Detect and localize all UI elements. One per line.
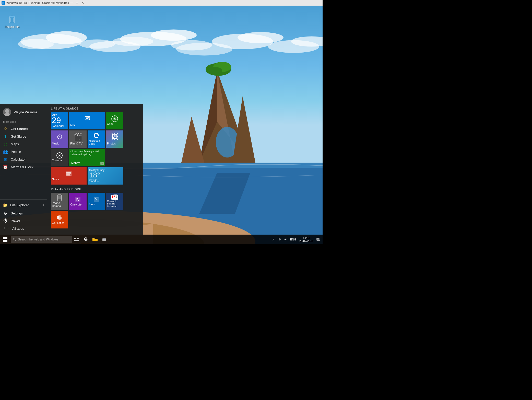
tray-overflow-button[interactable]: ∧ xyxy=(271,235,276,244)
network-icon[interactable] xyxy=(277,235,282,244)
tile-photos[interactable]: 🖼 Photos xyxy=(106,130,123,148)
all-apps-item[interactable]: ⋮⋮ All apps xyxy=(0,225,47,233)
svg-point-34 xyxy=(5,109,9,113)
file-explorer-label: File Explorer xyxy=(10,203,29,207)
close-button[interactable]: ✕ xyxy=(80,1,85,5)
svg-rect-50 xyxy=(58,196,61,199)
desktop: Recycle Bin Wayne Williams xyxy=(0,6,323,244)
svg-text:X: X xyxy=(114,117,116,121)
task-view-button[interactable] xyxy=(72,235,81,244)
start-menu-tiles: Life at a glance July 29 Calendar ✉ Mail xyxy=(47,104,143,235)
user-section[interactable]: Wayne Williams xyxy=(0,104,47,119)
svg-rect-67 xyxy=(3,240,5,242)
clock[interactable]: 14:51 29/07/2015 xyxy=(298,236,315,243)
tile-onenote[interactable]: N OneNote xyxy=(69,193,87,210)
tile-phone-companion[interactable]: Phone Compa... xyxy=(51,193,68,210)
user-avatar xyxy=(3,108,11,116)
start-menu: Wayne Williams Most used ☆ Get Started S… xyxy=(0,104,143,235)
taskbar-explorer-button[interactable] xyxy=(90,235,100,244)
svg-marker-22 xyxy=(181,117,204,163)
get-started-icon: ☆ xyxy=(3,126,8,131)
sidebar-item-alarms-clock[interactable]: ⏰ Alarms & Clock xyxy=(0,163,47,171)
tile-music[interactable]: ⊙ Music xyxy=(51,130,68,148)
alarms-icon: ⏰ xyxy=(3,165,8,169)
tile-weather[interactable]: Mostly Sunny 18° 19° 13° London xyxy=(88,167,123,185)
svg-rect-68 xyxy=(5,240,7,242)
user-name: Wayne Williams xyxy=(14,110,37,114)
phone-tile-label: Phone Compa... xyxy=(51,201,68,209)
recycle-bin-icon[interactable]: Recycle Bin xyxy=(3,13,21,28)
svg-rect-47 xyxy=(66,175,70,176)
svg-rect-65 xyxy=(3,237,5,239)
sidebar-item-calculator[interactable]: ⊞ Calculator xyxy=(0,155,47,163)
taskbar-edge-button[interactable] xyxy=(81,235,90,244)
tile-edge[interactable]: Microsoft Edge xyxy=(88,130,105,148)
language-label: ENG xyxy=(290,238,296,241)
store-tile-label: Store xyxy=(88,203,96,207)
recycle-bin-image xyxy=(7,13,17,25)
svg-line-70 xyxy=(15,240,16,241)
svg-rect-73 xyxy=(74,240,77,241)
music-tile-label: Music xyxy=(51,142,60,146)
svg-text:📈: 📈 xyxy=(100,161,104,165)
film-icon: 🎬 xyxy=(74,132,82,141)
sidebar-item-get-skype[interactable]: S Get Skype xyxy=(0,132,47,140)
sidebar-item-people[interactable]: 👥 People xyxy=(0,148,47,155)
taskbar-store-button[interactable] xyxy=(100,235,109,244)
file-explorer-item[interactable]: 📁 File Explorer › xyxy=(0,201,47,209)
taskbar: ∧ xyxy=(0,235,323,244)
taskbar-tray: ∧ xyxy=(271,235,323,244)
tile-store[interactable]: Store xyxy=(88,193,105,210)
all-apps-icon: ⋮⋮ xyxy=(3,227,10,231)
search-input[interactable] xyxy=(18,238,70,241)
onenote-tile-label: OneNote xyxy=(69,203,82,207)
vm-window: ▶ Windows 10 Pro [Running] - Oracle VM V… xyxy=(0,0,323,244)
start-menu-main: Wayne Williams Most used ☆ Get Started S… xyxy=(0,104,143,235)
start-bottom-items: 📁 File Explorer › ⚙ Settings ⏻ Power xyxy=(0,201,47,233)
clock-date: 29/07/2015 xyxy=(299,239,313,243)
language-indicator[interactable]: ENG xyxy=(289,235,297,244)
maps-icon: ◎ xyxy=(3,142,8,146)
volume-icon[interactable] xyxy=(283,235,289,244)
alarms-label: Alarms & Clock xyxy=(11,165,33,169)
vm-icon: ▶ xyxy=(2,1,5,5)
action-center-button[interactable] xyxy=(315,235,321,244)
settings-icon: ⚙ xyxy=(3,211,8,215)
power-item[interactable]: ⏻ Power xyxy=(0,217,47,225)
tile-solitaire[interactable]: K ♦ Q J ♠ Microsoft Solitaire Collection xyxy=(106,193,123,210)
svg-text:N: N xyxy=(76,197,80,202)
money-tile-label: Money xyxy=(70,161,81,165)
svg-rect-53 xyxy=(94,198,99,202)
vm-controls: — □ ✕ xyxy=(69,1,85,5)
maps-label: Maps xyxy=(11,142,19,146)
people-icon: 👥 xyxy=(3,149,8,154)
tile-news[interactable]: News xyxy=(51,167,87,185)
edge-tile-label: Microsoft Edge xyxy=(88,139,105,146)
sidebar-item-get-started[interactable]: ☆ Get Started xyxy=(0,125,47,132)
recycle-bin-label: Recycle Bin xyxy=(5,25,19,28)
tile-xbox[interactable]: X Xbox xyxy=(106,112,123,129)
svg-point-26 xyxy=(207,67,222,75)
tile-get-office[interactable]: Get Office xyxy=(51,211,68,228)
get-office-tile-label: Get Office xyxy=(51,221,65,225)
calendar-day: 29 xyxy=(52,116,61,124)
settings-item[interactable]: ⚙ Settings xyxy=(0,209,47,217)
tray-caret-icon: ∧ xyxy=(272,238,275,241)
tile-calendar[interactable]: July 29 Calendar xyxy=(51,112,68,129)
minimize-button[interactable]: — xyxy=(69,1,74,5)
tile-cortana[interactable]: Cortana xyxy=(51,149,68,166)
svg-point-41 xyxy=(59,155,60,156)
sidebar-item-maps[interactable]: ◎ Maps xyxy=(0,140,47,148)
maximize-button[interactable]: □ xyxy=(75,1,80,5)
search-icon xyxy=(13,238,16,241)
tile-money[interactable]: Ofcom could fine Royal Mail £1bn over it… xyxy=(69,149,105,166)
search-bar[interactable] xyxy=(11,236,72,243)
start-button[interactable] xyxy=(0,235,10,244)
get-started-label: Get Started xyxy=(11,127,28,131)
tile-mail[interactable]: ✉ Mail xyxy=(69,112,105,129)
photos-tile-label: Photos xyxy=(106,142,117,146)
vm-title: Windows 10 Pro [Running] - Oracle VM Vir… xyxy=(6,1,69,4)
svg-rect-45 xyxy=(66,173,71,174)
film-tile-label: Film & TV xyxy=(69,142,84,146)
tile-film-tv[interactable]: 🎬 Film & TV xyxy=(69,130,87,148)
